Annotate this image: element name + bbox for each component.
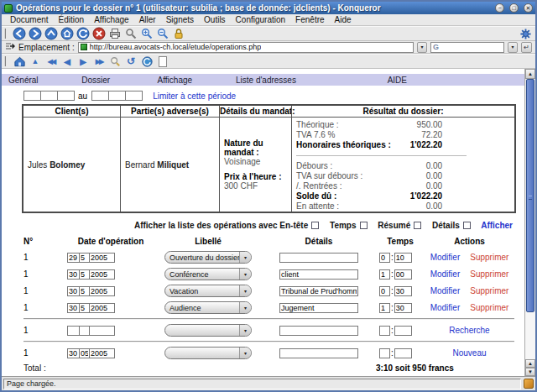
nav-aide[interactable]: AIDE xyxy=(381,76,407,85)
back-button[interactable] xyxy=(12,27,27,40)
security-button[interactable] xyxy=(171,27,186,40)
menu-aide[interactable]: Aide xyxy=(330,15,357,24)
previous-record-button[interactable]: ◀ xyxy=(60,55,75,68)
libelle-select[interactable]: Ouverture du dossier▾ xyxy=(164,251,252,264)
close-button[interactable]: ✕ xyxy=(524,3,533,13)
go-button[interactable]: ↵ xyxy=(521,42,532,53)
period-to-month-input[interactable] xyxy=(108,91,126,101)
date-year-input[interactable] xyxy=(89,348,115,358)
date-day-input[interactable] xyxy=(67,326,80,336)
date-year-input[interactable] xyxy=(89,303,115,313)
checkbox-details[interactable] xyxy=(463,222,471,229)
search-input[interactable]: G xyxy=(430,42,504,53)
minutes-input[interactable] xyxy=(394,253,412,263)
details-input[interactable] xyxy=(279,348,358,358)
nav-affichage[interactable]: Affichage xyxy=(151,76,229,85)
date-day-input[interactable] xyxy=(67,348,80,358)
delete-link[interactable]: Supprimer xyxy=(470,269,508,279)
menu-fenetre[interactable]: Fenêtre xyxy=(290,15,329,24)
menu-edition[interactable]: Édition xyxy=(54,15,90,24)
nav-liste-adresses[interactable]: Liste d'adresses xyxy=(229,76,381,85)
libelle-select[interactable]: ▾ xyxy=(164,347,252,359)
scrollbar-thumb[interactable] xyxy=(526,79,534,312)
libelle-select[interactable]: Vacation▾ xyxy=(164,285,252,297)
date-day-input[interactable] xyxy=(67,253,80,263)
hours-input[interactable] xyxy=(379,326,390,336)
date-day-input[interactable] xyxy=(67,286,80,296)
delete-link[interactable]: Supprimer xyxy=(470,286,508,295)
delete-link[interactable]: Supprimer xyxy=(470,253,508,262)
stop-button[interactable] xyxy=(91,27,107,40)
nouveau-link[interactable]: Nouveau xyxy=(452,348,486,358)
zoom-in-button[interactable] xyxy=(139,27,154,40)
libelle-select[interactable]: Audience▾ xyxy=(164,301,252,314)
minutes-input[interactable] xyxy=(394,269,412,280)
menu-affichage[interactable]: Affichage xyxy=(89,15,134,24)
zoom-out-button[interactable] xyxy=(155,27,170,40)
modify-link[interactable]: Modifier xyxy=(430,253,461,262)
menu-configuration[interactable]: Configuration xyxy=(231,15,290,24)
date-year-input[interactable] xyxy=(89,269,115,280)
menu-outils[interactable]: Outils xyxy=(199,15,231,24)
scrollbar-down-button[interactable]: ▼ xyxy=(525,368,535,376)
home-button[interactable] xyxy=(60,27,75,40)
checkbox-temps[interactable] xyxy=(360,222,368,229)
details-input[interactable] xyxy=(279,269,358,280)
undo-button[interactable]: ↺ xyxy=(123,55,138,68)
minutes-input[interactable] xyxy=(394,326,412,336)
url-dropdown-button[interactable]: ▾ xyxy=(417,42,427,53)
date-year-input[interactable] xyxy=(89,326,115,336)
find-button[interactable] xyxy=(123,27,138,40)
period-to-day-input[interactable] xyxy=(91,91,109,101)
checkbox-entete[interactable] xyxy=(311,222,319,229)
forward-button[interactable] xyxy=(28,27,43,40)
nav-dossier[interactable]: Dossier xyxy=(75,76,150,85)
menu-signets[interactable]: Signets xyxy=(161,15,199,24)
resize-grip-icon[interactable] xyxy=(524,379,534,389)
libelle-select[interactable]: Conférence▾ xyxy=(164,268,252,280)
date-day-input[interactable] xyxy=(67,269,80,280)
minutes-input[interactable] xyxy=(394,303,412,313)
scroll-top-button[interactable]: ▲ xyxy=(28,55,43,68)
hours-input[interactable] xyxy=(379,303,390,313)
afficher-link[interactable]: Afficher xyxy=(481,221,513,230)
modify-link[interactable]: Modifier xyxy=(430,269,461,279)
toolbar-grip[interactable] xyxy=(4,56,8,66)
refresh-button[interactable] xyxy=(139,55,154,68)
last-record-button[interactable]: ▶▶ xyxy=(91,55,107,68)
first-record-button[interactable]: ◀◀ xyxy=(44,55,59,68)
period-from-day-input[interactable] xyxy=(23,91,41,101)
scrollbar-up-button[interactable]: ▲ xyxy=(525,69,535,79)
period-to-year-input[interactable] xyxy=(125,91,143,101)
delete-link[interactable]: Supprimer xyxy=(470,303,508,312)
toolbar-grip[interactable] xyxy=(4,29,8,39)
period-from-year-input[interactable] xyxy=(57,91,75,101)
search-dropdown-button[interactable]: ▾ xyxy=(508,42,518,53)
details-input[interactable] xyxy=(279,253,358,263)
search-tool-button[interactable] xyxy=(107,55,123,68)
modify-link[interactable]: Modifier xyxy=(430,286,461,295)
limit-period-link[interactable]: Limiter à cette période xyxy=(153,91,236,101)
home-page-button[interactable] xyxy=(12,55,27,68)
menu-document[interactable]: Document xyxy=(5,15,54,24)
modify-link[interactable]: Modifier xyxy=(430,303,461,312)
scrollbar-track[interactable] xyxy=(525,312,535,359)
minutes-input[interactable] xyxy=(394,286,412,296)
libelle-select[interactable]: ▾ xyxy=(164,324,252,337)
recherche-link[interactable]: Recherche xyxy=(449,326,489,335)
period-from-month-input[interactable] xyxy=(40,91,58,101)
menu-aller[interactable]: Aller xyxy=(134,15,161,24)
new-page-button[interactable] xyxy=(155,55,170,68)
next-record-button[interactable]: ▶ xyxy=(76,55,91,68)
hours-input[interactable] xyxy=(379,253,390,263)
scrollbar-up-button-2[interactable]: ▲ xyxy=(525,359,535,368)
url-input[interactable]: http://bureau.avocats-ch.local/etude/ope… xyxy=(78,42,414,53)
hours-input[interactable] xyxy=(379,348,390,358)
date-day-input[interactable] xyxy=(67,303,80,313)
up-button[interactable] xyxy=(44,27,59,40)
details-input[interactable] xyxy=(279,286,358,296)
nav-general[interactable]: Général xyxy=(2,76,75,85)
minimize-button[interactable]: − xyxy=(495,3,504,13)
hours-input[interactable] xyxy=(379,286,390,296)
details-input[interactable] xyxy=(279,303,358,313)
